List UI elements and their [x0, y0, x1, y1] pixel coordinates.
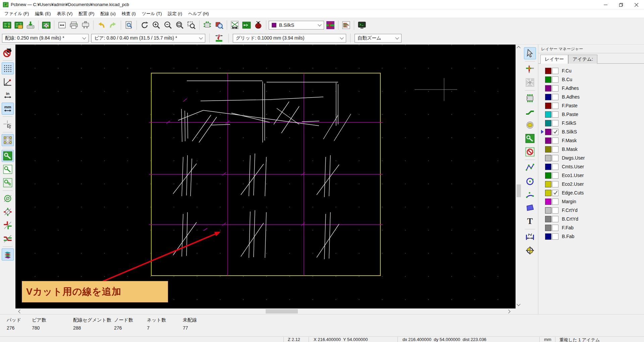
layer-color-swatch[interactable]: [545, 120, 551, 126]
layer-visibility-checkbox[interactable]: [552, 164, 558, 170]
layer-color-swatch[interactable]: [545, 216, 551, 222]
layer-color-swatch[interactable]: [545, 137, 551, 144]
layer-row-Edge.Cuts[interactable]: Edge.Cuts: [538, 188, 644, 197]
layer-color-swatch[interactable]: [545, 94, 551, 100]
scroll-right-icon[interactable]: [506, 309, 510, 313]
scroll-left-icon[interactable]: [18, 309, 22, 313]
zoom-selection-button[interactable]: [186, 20, 197, 31]
layer-visibility-checkbox[interactable]: [552, 146, 558, 153]
menu-item-2[interactable]: 表示 (V): [54, 9, 75, 18]
minimize-button[interactable]: [598, 0, 613, 9]
menu-item-3[interactable]: 配置 (P): [75, 9, 97, 18]
layer-visibility-checkbox[interactable]: [552, 155, 558, 161]
open-board-button[interactable]: [13, 20, 24, 31]
track-width-select[interactable]: 配線: 0.250 mm (9.84 mils) *: [2, 34, 89, 43]
layer-visibility-checkbox[interactable]: [552, 190, 558, 196]
layer-color-swatch[interactable]: [545, 172, 551, 179]
add-filled-zone-button[interactable]: [524, 132, 536, 145]
footprint-editor-button[interactable]: [202, 20, 213, 31]
zones-filled-button[interactable]: [2, 150, 14, 162]
maximize-button[interactable]: [613, 0, 629, 9]
add-via-button[interactable]: [524, 119, 536, 131]
pads-sketch-button[interactable]: [2, 206, 14, 218]
layer-row-Cmts.User[interactable]: Cmts.User: [538, 162, 644, 171]
zoom-select[interactable]: 自動ズーム: [355, 34, 401, 43]
zoom-fit-button[interactable]: [174, 20, 185, 31]
layer-color-swatch[interactable]: [545, 225, 551, 231]
layer-color-swatch[interactable]: [545, 207, 551, 214]
high-contrast-button[interactable]: [2, 233, 14, 245]
layer-color-swatch[interactable]: [545, 68, 551, 74]
layers-manager-button[interactable]: [2, 248, 14, 261]
plot-button[interactable]: [80, 20, 91, 31]
drc-disable-button[interactable]: [2, 47, 14, 59]
layer-visibility-checkbox[interactable]: [552, 111, 558, 118]
menu-item-1[interactable]: 編集 (E): [32, 9, 54, 18]
redo-button[interactable]: [108, 20, 118, 31]
layer-row-B.CrtYd[interactable]: B.CrtYd: [538, 215, 644, 223]
layer-pair-button[interactable]: [325, 20, 336, 31]
save-board-button[interactable]: [25, 20, 36, 31]
select-tool-button[interactable]: [524, 47, 536, 59]
layer-row-F.Paste[interactable]: F.Paste: [538, 101, 644, 110]
layer-row-B.Cu[interactable]: B.Cu: [538, 75, 644, 84]
ratsnest-visibility-button[interactable]: [2, 134, 14, 146]
units-mm-button[interactable]: mm: [2, 103, 14, 115]
layer-row-Dwgs.User[interactable]: Dwgs.User: [538, 154, 644, 162]
layer-visibility-checkbox[interactable]: [552, 85, 558, 92]
close-button[interactable]: [629, 0, 644, 9]
layer-color-swatch[interactable]: [545, 181, 551, 187]
layer-visibility-checkbox[interactable]: [552, 68, 558, 74]
drc-button[interactable]: [253, 20, 264, 31]
tracks-sketch-button[interactable]: [2, 219, 14, 231]
layer-row-B.Adhes[interactable]: B.Adhes: [538, 93, 644, 101]
layer-color-swatch[interactable]: [545, 111, 551, 118]
add-graphic-line-button[interactable]: [524, 162, 536, 174]
layer-color-swatch[interactable]: [545, 198, 551, 205]
footprint-viewer-button[interactable]: [214, 20, 224, 31]
layer-color-swatch[interactable]: [545, 233, 551, 240]
layer-row-B.Mask[interactable]: B.Mask: [538, 145, 644, 154]
vertical-scroll-thumb[interactable]: [517, 184, 521, 197]
layer-row-Eco2.User[interactable]: Eco2.User: [538, 180, 644, 188]
layer-row-F.Fab[interactable]: F.Fab: [538, 223, 644, 232]
grid-visibility-button[interactable]: [2, 62, 14, 74]
polar-coordinates-button[interactable]: [2, 76, 14, 88]
layer-row-B.Paste[interactable]: B.Paste: [538, 110, 644, 119]
layer-color-swatch[interactable]: [545, 164, 551, 170]
menu-item-8[interactable]: ヘルプ (H): [185, 9, 212, 18]
zones-outline-button[interactable]: [2, 177, 14, 189]
undo-button[interactable]: [96, 20, 107, 31]
layer-visibility-checkbox[interactable]: [552, 120, 558, 126]
menu-item-4[interactable]: 配線 (u): [97, 9, 119, 18]
menu-item-7[interactable]: 設定 (r): [165, 9, 185, 18]
page-settings-button[interactable]: [57, 20, 67, 31]
zones-hidden-button[interactable]: [2, 163, 14, 175]
layer-visibility-checkbox[interactable]: [552, 207, 558, 214]
scroll-up-icon[interactable]: [517, 46, 520, 50]
layer-row-F.Mask[interactable]: F.Mask: [538, 136, 644, 145]
layer-color-swatch[interactable]: [545, 146, 551, 153]
new-board-button[interactable]: [2, 20, 12, 31]
layer-color-swatch[interactable]: [545, 103, 551, 109]
menu-item-6[interactable]: ツール (T): [139, 9, 165, 18]
layer-visibility-checkbox[interactable]: [552, 198, 558, 205]
add-target-button[interactable]: [524, 244, 536, 256]
add-graphic-arc-button[interactable]: [524, 188, 536, 201]
add-text-button[interactable]: T: [524, 215, 536, 227]
layer-visibility-checkbox[interactable]: [552, 94, 558, 100]
print-button[interactable]: [68, 20, 79, 31]
layer-color-swatch[interactable]: [545, 155, 551, 161]
layer-row-F.Cu[interactable]: F.Cu: [538, 66, 644, 75]
vias-sketch-button[interactable]: [2, 192, 14, 205]
route-tracks-button[interactable]: [524, 106, 536, 118]
layer-color-swatch[interactable]: [545, 76, 551, 83]
layer-visibility-checkbox[interactable]: [552, 137, 558, 144]
tab-layers[interactable]: レイヤー: [540, 55, 568, 64]
zoom-out-button[interactable]: [163, 20, 173, 31]
highlight-net-tool-button[interactable]: [524, 63, 536, 75]
layer-visibility-checkbox[interactable]: [552, 233, 558, 240]
layer-row-B.Fab[interactable]: B.Fab: [538, 232, 644, 241]
tab-items[interactable]: アイテム:: [568, 55, 597, 64]
find-button[interactable]: [123, 20, 134, 31]
